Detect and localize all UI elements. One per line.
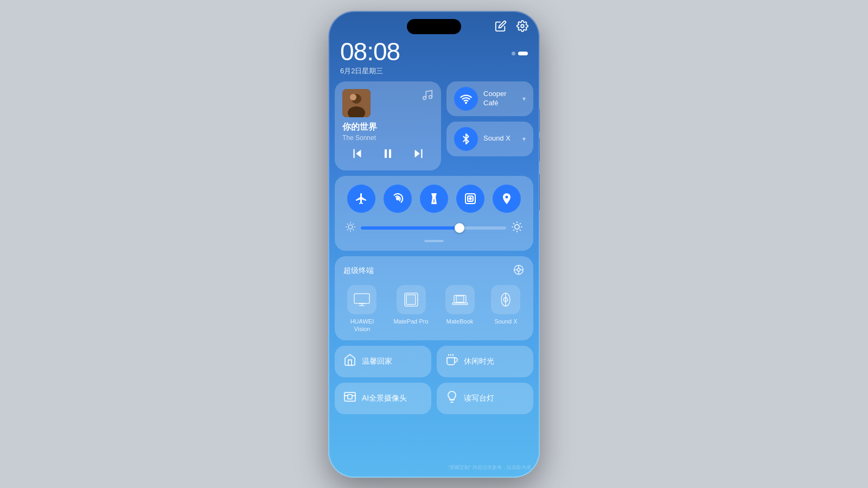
flashlight-toggle[interactable]: [420, 185, 448, 213]
super-terminal-title: 超级终端: [343, 266, 374, 276]
scene-lamp-card[interactable]: 读写台灯: [437, 383, 533, 414]
svg-rect-9: [385, 149, 387, 158]
device-matebook[interactable]: MateBook: [445, 285, 475, 333]
super-terminal-icon[interactable]: [513, 264, 525, 278]
svg-line-38: [520, 223, 520, 224]
svg-line-28: [347, 229, 348, 230]
svg-point-13: [465, 102, 467, 103]
settings-icon[interactable]: [515, 18, 530, 34]
scene-leisure-card[interactable]: 休闲时光: [437, 346, 533, 377]
date-display: 6月2日星期三: [340, 66, 400, 76]
scene-home-icon: [343, 353, 356, 370]
scene-lamp-label: 读写台灯: [464, 394, 494, 403]
music-card[interactable]: 你的世界 The Sonnet: [335, 81, 441, 170]
svg-rect-61: [344, 392, 355, 401]
header-icons: [493, 18, 530, 34]
svg-line-37: [514, 230, 514, 230]
nfc-toggle[interactable]: [456, 185, 484, 213]
svg-rect-53: [452, 303, 468, 305]
scenes-row2: AI全景摄像头 读写台灯: [335, 383, 533, 414]
music-controls: [342, 147, 433, 163]
edit-icon[interactable]: [493, 18, 508, 34]
dot-2-active: [518, 52, 528, 55]
svg-point-0: [521, 24, 524, 28]
song-title: 你的世界: [342, 122, 433, 133]
volume-up-button[interactable]: [539, 109, 540, 132]
device-soundx-label: Sound X: [494, 318, 517, 325]
dynamic-island: [407, 19, 461, 34]
device-soundx[interactable]: Sound X: [491, 285, 520, 333]
brightness-thumb: [455, 223, 464, 233]
wifi-label: Cooper Café: [483, 90, 517, 108]
time-section: 08:08 6月2日星期三: [340, 39, 400, 76]
toggles-card: [335, 176, 533, 251]
svg-point-20: [505, 195, 508, 198]
scene-home-card[interactable]: 温馨回家: [335, 346, 431, 377]
svg-line-29: [353, 224, 354, 224]
power-button[interactable]: [539, 174, 540, 211]
super-terminal-header: 超级终端: [343, 264, 525, 278]
svg-line-24: [347, 224, 348, 224]
svg-point-21: [348, 225, 353, 229]
cards-area: 你的世界 The Sonnet: [335, 81, 533, 415]
svg-point-14: [396, 197, 399, 200]
music-wave-icon: [422, 89, 433, 104]
super-terminal-card[interactable]: 超级终端: [335, 256, 533, 341]
wifi-card[interactable]: Cooper Café ▾: [446, 81, 533, 116]
svg-point-5: [423, 96, 426, 99]
device-matepad-icon: [397, 285, 426, 314]
svg-marker-7: [356, 149, 361, 157]
time-display: 08:08: [340, 39, 400, 64]
dot-1: [512, 52, 515, 55]
bluetooth-chevron: ▾: [522, 135, 526, 143]
svg-point-40: [517, 268, 520, 271]
top-row: 你的世界 The Sonnet: [335, 81, 533, 170]
scene-lamp-icon: [445, 390, 458, 407]
svg-rect-51: [406, 295, 416, 305]
device-matepad[interactable]: MatePad Pro: [393, 285, 428, 333]
brightness-slider[interactable]: [361, 226, 506, 230]
scene-leisure-icon: [445, 353, 458, 370]
bluetooth-label: Sound X: [483, 134, 517, 143]
device-matebook-icon: [445, 285, 475, 314]
location-toggle[interactable]: [493, 185, 521, 213]
bluetooth-toggle[interactable]: [454, 127, 478, 151]
svg-marker-11: [415, 149, 420, 157]
device-soundx-icon: [491, 285, 520, 314]
page-dots: [512, 52, 528, 55]
pause-button[interactable]: [381, 147, 394, 163]
next-button[interactable]: [412, 148, 424, 162]
scene-camera-card[interactable]: AI全景摄像头: [335, 383, 431, 414]
airplane-toggle[interactable]: [347, 185, 375, 213]
bluetooth-card[interactable]: Sound X ▾: [446, 122, 533, 156]
scene-camera-label: AI全景摄像头: [362, 394, 407, 403]
scene-camera-icon: [343, 390, 356, 407]
device-vision[interactable]: HUAWEIVision: [347, 285, 376, 333]
svg-point-4: [350, 94, 356, 100]
wifi-chevron: ▾: [522, 95, 526, 103]
svg-rect-62: [348, 395, 352, 399]
device-vision-label: HUAWEIVision: [350, 318, 374, 333]
wifi-toggle[interactable]: [454, 87, 478, 111]
brightness-high-icon: [512, 221, 522, 235]
toggle-row: [343, 185, 525, 213]
device-matebook-label: MateBook: [446, 318, 474, 325]
scroll-hint: [424, 240, 444, 242]
brightness-fill: [361, 226, 459, 230]
brightness-row: [343, 221, 525, 235]
scene-leisure-label: 休闲时光: [464, 357, 494, 366]
prev-button[interactable]: [352, 148, 363, 162]
volume-down-button[interactable]: [539, 138, 540, 162]
wireless-toggle[interactable]: [384, 185, 412, 213]
scene-home-label: 温馨回家: [362, 357, 392, 366]
svg-point-30: [515, 224, 519, 229]
music-header: [342, 89, 433, 117]
album-art: [342, 89, 371, 117]
svg-line-33: [514, 223, 514, 224]
phone-frame: 08:08 6月2日星期三: [328, 11, 540, 478]
svg-line-25: [353, 229, 354, 230]
watermark: "荣耀定制" 内容仅供参考，以实际为准: [448, 464, 531, 471]
svg-rect-54: [456, 296, 464, 302]
right-col: Cooper Café ▾ Sound X ▾: [446, 81, 533, 170]
svg-rect-10: [389, 149, 391, 158]
